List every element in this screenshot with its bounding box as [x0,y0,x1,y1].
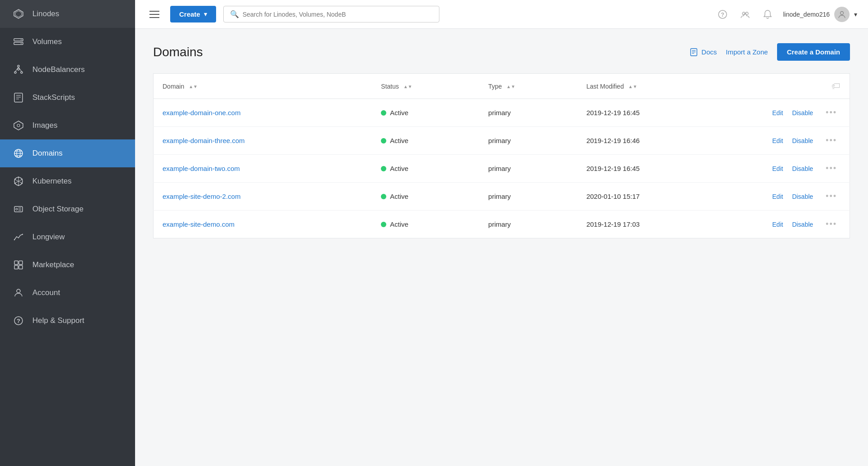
svg-point-7 [14,72,16,73]
notifications-icon[interactable] [760,7,775,22]
domain-link-4[interactable]: example-site-demo.com [163,220,235,228]
hamburger-button[interactable] [146,7,163,22]
sidebar-item-label: Linodes [32,9,59,18]
topbar-actions: ? linode_demo216 [715,7,857,22]
modified-cell-3: 2020-01-10 15:17 [577,183,732,211]
sidebar-item-marketplace[interactable]: Marketplace [0,251,135,279]
header-actions: Docs Import a Zone Create a Domain [690,43,850,61]
more-menu-button-4[interactable]: ••• [822,219,841,230]
account-icon [13,287,24,299]
sidebar-item-nodebalancers[interactable]: NodeBalancers [0,56,135,84]
table-row: example-site-demo.com Active primary 201… [154,211,850,238]
domain-link-2[interactable]: example-domain-two.com [163,165,240,172]
status-text-2: Active [390,165,408,172]
sidebar-item-longview[interactable]: Longview [0,223,135,251]
edit-button-2[interactable]: Edit [772,165,783,172]
actions-cell-2: Edit Disable ••• [733,155,850,183]
user-menu[interactable]: linode_demo216 ▾ [783,7,857,22]
disable-button-1[interactable]: Disable [792,137,813,144]
status-dot-0 [381,110,386,116]
sidebar-item-images[interactable]: Images [0,112,135,139]
svg-point-27 [18,185,19,186]
help-icon: ? [13,315,24,327]
domain-link-0[interactable]: example-domain-one.com [163,109,240,116]
edit-button-0[interactable]: Edit [772,109,783,116]
more-menu-button-3[interactable]: ••• [822,191,841,202]
create-domain-button[interactable]: Create a Domain [777,43,850,61]
sidebar-item-help-support[interactable]: ? Help & Support [0,307,135,335]
table-row: example-site-demo-2.com Active primary 2… [154,183,850,211]
domain-cell-1: example-domain-three.com [154,127,372,155]
sidebar-item-kubernetes[interactable]: Kubernetes [0,167,135,195]
svg-point-11 [18,68,19,70]
sidebar-item-account[interactable]: Account [0,279,135,307]
status-dot-1 [381,138,386,143]
search-icon: 🔍 [230,10,239,18]
status-text-1: Active [390,137,408,144]
svg-point-47 [17,289,20,293]
page-title: Domains [153,45,203,59]
edit-button-4[interactable]: Edit [772,221,783,228]
modified-cell-1: 2019-12-19 16:46 [577,127,732,155]
sort-status-arrows: ▲▼ [403,84,412,89]
svg-point-24 [18,177,19,178]
sidebar-item-volumes[interactable]: Volumes [0,28,135,56]
more-menu-button-1[interactable]: ••• [822,135,841,146]
disable-button-4[interactable]: Disable [792,221,813,228]
svg-rect-12 [14,93,23,102]
modified-cell-2: 2019-12-19 16:45 [577,155,732,183]
table-row: example-domain-two.com Active primary 20… [154,155,850,183]
disable-button-0[interactable]: Disable [792,109,813,116]
svg-rect-44 [19,261,23,264]
status-cell-0: Active [372,99,479,127]
status-text-4: Active [390,220,408,228]
import-zone-button[interactable]: Import a Zone [726,48,768,56]
column-type[interactable]: Type ▲▼ [479,74,578,99]
svg-line-32 [18,181,22,183]
column-last-modified[interactable]: Last Modified ▲▼ [577,74,732,99]
help-circle-icon[interactable]: ? [715,7,730,22]
more-menu-button-2[interactable]: ••• [822,163,841,174]
svg-line-10 [18,67,22,72]
svg-line-35 [15,180,18,182]
type-cell-1: primary [479,127,578,155]
search-input[interactable] [243,11,433,18]
column-status[interactable]: Status ▲▼ [372,74,479,99]
sidebar-item-domains[interactable]: Domains [0,139,135,167]
column-domain[interactable]: Domain ▲▼ [154,74,372,99]
type-cell-0: primary [479,99,578,127]
type-cell-2: primary [479,155,578,183]
tag-icon: 🏷 [832,81,841,91]
edit-button-1[interactable]: Edit [772,137,783,144]
edit-button-3[interactable]: Edit [772,193,783,200]
svg-marker-16 [14,121,23,130]
status-cell-4: Active [372,211,479,238]
status-text-0: Active [390,109,408,116]
docs-label: Docs [701,48,717,56]
docs-button[interactable]: Docs [690,48,717,56]
create-button[interactable]: Create ▾ [170,6,216,22]
domain-link-3[interactable]: example-site-demo-2.com [163,193,240,200]
nodebalancers-icon [13,64,24,76]
sidebar-item-object-storage[interactable]: Object Storage [0,195,135,223]
status-cell-1: Active [372,127,479,155]
disable-button-3[interactable]: Disable [792,193,813,200]
svg-point-4 [21,40,22,40]
disable-button-2[interactable]: Disable [792,165,813,172]
domain-cell-4: example-site-demo.com [154,211,372,238]
sidebar-item-label: Longview [32,233,65,242]
domain-link-1[interactable]: example-domain-three.com [163,137,245,144]
modified-cell-0: 2019-12-19 16:45 [577,99,732,127]
kubernetes-icon [13,175,24,187]
sidebar-item-label: Images [32,121,58,130]
type-cell-3: primary [479,183,578,211]
community-icon[interactable] [738,7,752,22]
sidebar-item-label: Marketplace [32,260,74,269]
more-menu-button-0[interactable]: ••• [822,107,841,118]
sidebar-item-stackscripts[interactable]: StackScripts [0,84,135,112]
marketplace-icon [13,259,24,271]
modified-cell-4: 2019-12-19 17:03 [577,211,732,238]
sidebar-item-linodes[interactable]: Linodes [0,0,135,28]
sidebar-item-label: Kubernetes [32,177,72,186]
svg-point-5 [21,43,22,44]
